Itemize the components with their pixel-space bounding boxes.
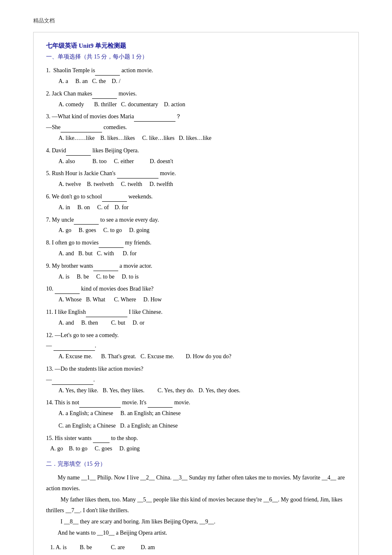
q9-options: A. is B. be C. to be D. to is bbox=[58, 272, 346, 282]
question-15: 15. His sister wants to the shop. A. go … bbox=[46, 433, 346, 454]
question-1: 1. Shaolin Temple is action movie. A. a … bbox=[46, 66, 346, 86]
question-11: 11. I like English I like Chinese. A. an… bbox=[46, 307, 346, 328]
q13-text: 13. —Do the students like action movies? bbox=[46, 364, 346, 374]
q14-text: 14. This is not movie. It's movie. bbox=[46, 398, 346, 408]
q11-text: 11. I like English I like Chinese. bbox=[46, 307, 346, 317]
q2-text: 2. Jack Chan makes movies. bbox=[46, 89, 346, 99]
q4-options: A. also B. too C. either D. doesn't bbox=[58, 156, 346, 166]
question-12: 12. —Let's go to see a comedy. — . A. Ex… bbox=[46, 330, 346, 362]
q1-text: 1. Shaolin Temple is action movie. bbox=[46, 66, 346, 76]
passage-p4: And he wants to __10__ a Beijing Opera a… bbox=[46, 528, 346, 539]
question-5: 5. Rush Hour is Jackie Chan's movie. A. … bbox=[46, 169, 346, 189]
question-10: 10. kind of movies does Brad like? A. Wh… bbox=[46, 284, 346, 305]
q10-options: A. Whose B. What C. Where D. How bbox=[58, 295, 346, 305]
passage-p1: My name __1__ Philip. Now I live __2__ C… bbox=[46, 472, 346, 494]
doc-title: 七年级英语 Unit9 单元检测题 bbox=[46, 41, 346, 51]
document-box: 七年级英语 Unit9 单元检测题 一、单项选择（共 15 分，每小题 1 分）… bbox=[33, 32, 359, 555]
question-6: 6. We don't go to school weekends. A. in… bbox=[46, 192, 346, 213]
q7-text: 7. My uncle to see a movie every day. bbox=[46, 215, 346, 225]
q8-text: 8. I often go to movies my friends. bbox=[46, 238, 346, 248]
q7-options: A. go B. goes C. to go D. going bbox=[58, 225, 346, 235]
question-4: 4. David likes Beijing Opera. A. also B.… bbox=[46, 146, 346, 166]
q11-options: A. and B. then C. but D. or bbox=[58, 318, 346, 328]
q3-text: 3. —What kind of movies does Maria？ bbox=[46, 112, 346, 122]
q6-text: 6. We don't go to school weekends. bbox=[46, 192, 346, 202]
q9-text: 9. My brother wants a movie actor. bbox=[46, 261, 346, 271]
q13-sub: —. bbox=[46, 375, 346, 385]
q12-text: 12. —Let's go to see a comedy. bbox=[46, 330, 346, 340]
q1-options: A. a B. an C. the D. / bbox=[58, 76, 346, 86]
q13-options: A. Yes, they like. B. Yes, they likes. C… bbox=[58, 386, 346, 396]
q14-options-a: A. a English; a Chinese B. an English; a… bbox=[58, 408, 346, 418]
passage-q1: 1. A. is B. be C. are D. am bbox=[46, 543, 346, 553]
q12-options: A. Excuse me. B. That's great. C. Excuse… bbox=[58, 352, 346, 362]
q6-options: A. in B. on C. of D. for bbox=[58, 203, 346, 213]
q2-options: A. comedy B. thriller C. documentary D. … bbox=[58, 100, 346, 110]
q15-text: 15. His sister wants to the shop. bbox=[46, 433, 346, 443]
passage-p3: I __8__ they are scary and boring. Jim l… bbox=[46, 516, 346, 528]
question-8: 8. I often go to movies my friends. A. a… bbox=[46, 238, 346, 259]
q3-options: A. like……like B. likes…likes C. like…lik… bbox=[58, 133, 346, 143]
q5-text: 5. Rush Hour is Jackie Chan's movie. bbox=[46, 169, 346, 178]
passage-q1-options: 1. A. is B. be C. are D. am bbox=[50, 543, 346, 553]
q12-sub: — . bbox=[46, 341, 346, 351]
q10-text: 10. kind of movies does Brad like? bbox=[46, 284, 346, 294]
question-14: 14. This is not movie. It's movie. A. a … bbox=[46, 398, 346, 430]
passage-p2: My father likes them, too. Many __5__ pe… bbox=[46, 494, 346, 516]
question-3: 3. —What kind of movies does Maria？ —She… bbox=[46, 112, 346, 143]
question-2: 2. Jack Chan makes movies. A. comedy B. … bbox=[46, 89, 346, 110]
watermark-top: 精品文档 bbox=[33, 17, 359, 25]
section2-header: 二．完形填空（15 分） bbox=[46, 460, 346, 469]
q15-options: A. go B. to go C. goes D. going bbox=[50, 444, 346, 454]
question-7: 7. My uncle to see a movie every day. A.… bbox=[46, 215, 346, 236]
q4-text: 4. David likes Beijing Opera. bbox=[46, 146, 346, 156]
question-9: 9. My brother wants a movie actor. A. is… bbox=[46, 261, 346, 282]
section1-header: 一、单项选择（共 15 分，每小题 1 分） bbox=[46, 52, 346, 61]
q3-sub: —She comedies. bbox=[46, 122, 346, 132]
q5-options: A. twelve B. twelveth C. twelth D. twelf… bbox=[58, 179, 346, 189]
q14-options-b: C. an English; a Chinese D. a English; a… bbox=[58, 421, 346, 431]
passage-text: My name __1__ Philip. Now I live __2__ C… bbox=[46, 472, 346, 539]
question-13: 13. —Do the students like action movies?… bbox=[46, 364, 346, 395]
q8-options: A. and B. but C. with D. for bbox=[58, 249, 346, 259]
